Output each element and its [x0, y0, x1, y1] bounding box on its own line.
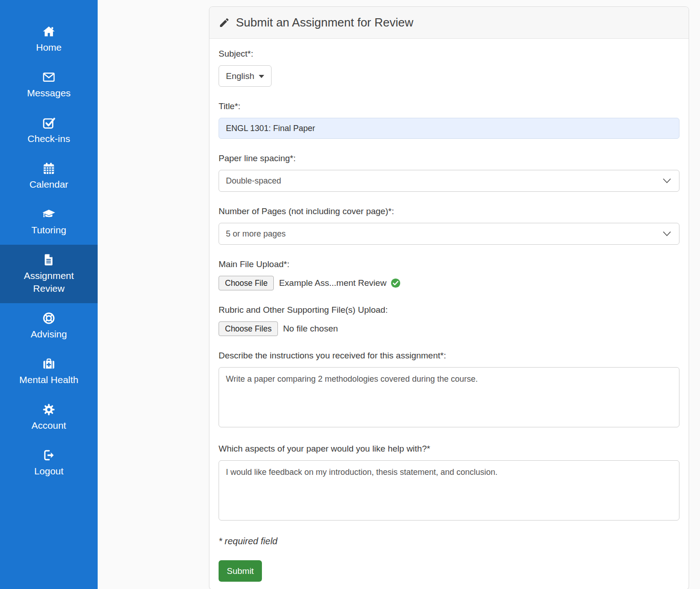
main-file-row: Choose File Example Ass...ment Review — [219, 276, 679, 290]
chevron-down-icon — [663, 178, 671, 184]
medkit-icon — [42, 357, 56, 371]
card-header: Submit an Assignment for Review — [209, 7, 689, 39]
instructions-field: Describe the instructions you received f… — [219, 350, 679, 429]
choose-files-button[interactable]: Choose Files — [219, 321, 278, 336]
nav-item-label: Logout — [34, 465, 63, 478]
assignment-form-card: Submit an Assignment for Review Subject*… — [209, 6, 689, 589]
line-spacing-value: Double-spaced — [226, 176, 281, 186]
calendar-icon — [42, 162, 56, 175]
sidebar-item-messages[interactable]: Messages — [0, 62, 98, 108]
sidebar-item-check-ins[interactable]: Check-ins — [0, 108, 98, 153]
choose-file-button[interactable]: Choose File — [219, 276, 274, 290]
aspects-textarea[interactable]: I would like feedback on my introduction… — [219, 460, 679, 521]
sidebar-item-advising[interactable]: Advising — [0, 303, 98, 349]
required-note: * required field — [219, 536, 679, 547]
subject-value: English — [226, 71, 254, 81]
subject-label: Subject*: — [219, 48, 679, 60]
sidebar-item-calendar[interactable]: Calendar — [0, 153, 98, 199]
sidebar-item-logout[interactable]: Logout — [0, 440, 98, 486]
pencil-icon — [219, 17, 230, 28]
supporting-files-label: Rubric and Other Supporting File(s) Uplo… — [219, 304, 679, 316]
graduation-cap-icon — [42, 207, 56, 221]
nav-item-label: Mental Health — [19, 373, 78, 386]
sidebar-item-tutoring[interactable]: Tutoring — [0, 199, 98, 245]
subject-field: Subject*: English — [219, 48, 679, 87]
check-square-icon — [42, 116, 56, 130]
submit-button[interactable]: Submit — [219, 560, 262, 582]
aspects-label: Which aspects of your paper would you li… — [219, 443, 679, 455]
line-spacing-field: Paper line spacing*: Double-spaced — [219, 153, 679, 192]
supporting-file-name: No file chosen — [283, 324, 338, 334]
nav-item-label: Home — [36, 41, 62, 54]
nav-item-label: Calendar — [29, 178, 68, 191]
nav-item-label: Tutoring — [31, 224, 66, 237]
form-body: Subject*: English Title*: Paper line spa… — [209, 39, 689, 589]
gear-icon — [42, 403, 56, 416]
nav-item-label: Account — [31, 419, 66, 432]
instructions-label: Describe the instructions you received f… — [219, 350, 679, 362]
nav-item-label: Advising — [31, 328, 67, 341]
title-field: Title*: — [219, 100, 679, 139]
sidebar: Home Messages Check-ins Calendar Tutorin… — [0, 0, 98, 589]
check-circle-icon — [391, 278, 401, 288]
line-spacing-label: Paper line spacing*: — [219, 153, 679, 164]
pages-select[interactable]: 5 or more pages — [219, 223, 679, 245]
aspects-field: Which aspects of your paper would you li… — [219, 443, 679, 522]
nav-item-label: Check-ins — [27, 132, 70, 145]
supporting-files-row: Choose Files No file chosen — [219, 321, 679, 336]
pages-value: 5 or more pages — [226, 229, 286, 239]
nav-item-label: Messages — [27, 87, 71, 100]
title-input[interactable] — [219, 118, 679, 139]
main-file-name: Example Ass...ment Review — [279, 278, 400, 288]
sidebar-item-account[interactable]: Account — [0, 394, 98, 440]
instructions-textarea[interactable]: Write a paper comparing 2 methodologies … — [219, 367, 679, 427]
chevron-down-icon — [663, 231, 671, 237]
envelope-icon — [42, 70, 56, 84]
page-title: Submit an Assignment for Review — [236, 16, 413, 30]
sidebar-item-assignment-review[interactable]: Assignment Review — [0, 245, 98, 303]
home-icon — [42, 25, 56, 38]
pages-label: Number of Pages (not including cover pag… — [219, 205, 679, 217]
sidebar-item-mental-health[interactable]: Mental Health — [0, 349, 98, 394]
main-file-label: Main File Upload*: — [219, 258, 679, 270]
sidebar-item-home[interactable]: Home — [0, 16, 98, 62]
life-ring-icon — [42, 311, 56, 325]
title-label: Title*: — [219, 100, 679, 112]
main-file-field: Main File Upload*: Choose File Example A… — [219, 258, 679, 290]
line-spacing-select[interactable]: Double-spaced — [219, 170, 679, 192]
pages-field: Number of Pages (not including cover pag… — [219, 205, 679, 245]
file-icon — [42, 253, 56, 267]
supporting-files-field: Rubric and Other Supporting File(s) Uplo… — [219, 304, 679, 336]
logout-icon — [42, 448, 56, 462]
subject-dropdown[interactable]: English — [219, 65, 272, 87]
caret-down-icon — [259, 75, 264, 78]
nav-item-label: Assignment Review — [10, 269, 88, 295]
